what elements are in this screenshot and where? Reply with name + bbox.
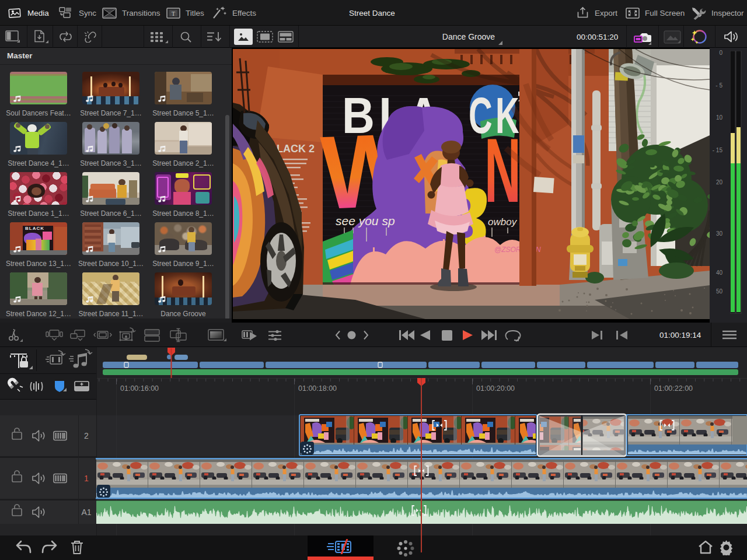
svg-text:01:00:22:00: 01:00:22:00 [654,384,693,393]
svg-text:A1: A1 [81,508,91,517]
svg-text:1: 1 [84,474,89,483]
svg-text:T: T [172,10,175,16]
svg-text:owboy: owboy [488,216,518,228]
svg-text:2: 2 [84,431,89,440]
svg-text:01:00:16:00: 01:00:16:00 [120,384,159,393]
svg-text:01:00:20:00: 01:00:20:00 [476,384,515,393]
svg-text:01:00:18:00: 01:00:18:00 [298,384,337,393]
svg-text:see you sp: see you sp [336,214,395,228]
svg-text:N: N [484,120,521,221]
